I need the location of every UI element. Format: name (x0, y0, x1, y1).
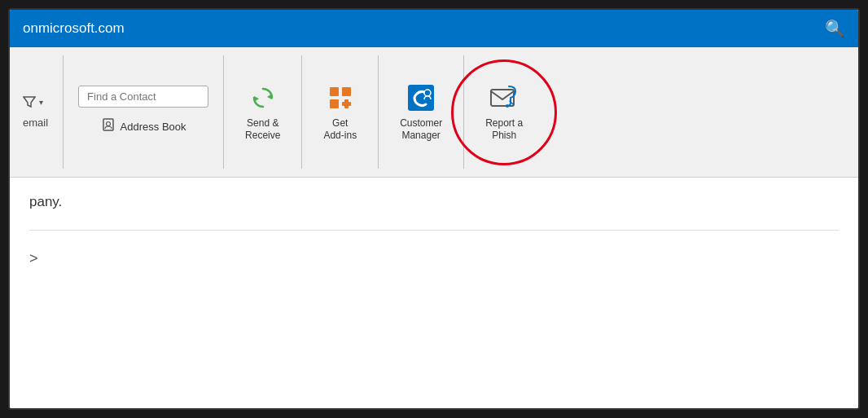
customer-manager-label: CustomerManager (400, 117, 442, 141)
customer-manager-button[interactable]: CustomerManager (393, 80, 449, 144)
outlook-window: onmicrosoft.com 🔍 ▾ email (8, 8, 860, 410)
customer-manager-icon (406, 83, 436, 112)
address-book-button[interactable]: Address Book (96, 114, 191, 139)
title-bar: onmicrosoft.com 🔍 (10, 10, 858, 47)
filter-icon (23, 95, 36, 108)
content-area: pany. > (10, 178, 858, 408)
svg-rect-9 (342, 102, 351, 106)
svg-marker-4 (254, 96, 259, 102)
send-receive-icon (248, 83, 278, 112)
get-addins-label: GetAdd-ins (323, 117, 357, 141)
phish-svg (489, 83, 519, 112)
toolbar: ▾ email Address Book (10, 47, 858, 178)
send-receive-button[interactable]: Send &Receive (239, 80, 287, 144)
search-icon[interactable]: 🔍 (825, 19, 845, 38)
contact-group: Address Book (64, 55, 224, 169)
filter-group: ▾ email (23, 55, 64, 169)
filter-chevron-icon: ▾ (39, 98, 43, 107)
svg-point-11 (424, 90, 431, 96)
address-book-label: Address Book (121, 121, 186, 133)
svg-rect-7 (330, 99, 339, 108)
content-divider (29, 230, 839, 231)
find-contact-input[interactable] (78, 86, 208, 108)
filter-button[interactable]: ▾ (23, 95, 48, 108)
svg-point-2 (106, 122, 110, 126)
report-phish-button[interactable]: Report aPhish (479, 80, 529, 144)
content-line-1: pany. (29, 194, 839, 210)
send-receive-group: Send &Receive (224, 55, 302, 169)
report-phish-label: Report aPhish (485, 117, 523, 141)
get-addins-button[interactable]: GetAdd-ins (317, 80, 363, 144)
send-receive-svg (249, 84, 277, 112)
filter-email-label: email (23, 117, 48, 129)
svg-marker-3 (267, 94, 272, 99)
addins-svg (327, 84, 354, 112)
address-book-svg (101, 117, 116, 132)
send-receive-label: Send &Receive (245, 117, 280, 141)
customer-manager-group: CustomerManager (379, 55, 464, 169)
address-book-icon (101, 117, 116, 135)
svg-rect-5 (330, 87, 339, 96)
svg-marker-0 (24, 97, 35, 107)
customer-manager-svg (406, 83, 436, 112)
get-addins-icon (326, 83, 355, 112)
report-phish-icon (489, 83, 519, 112)
get-addins-group: GetAdd-ins (302, 55, 379, 169)
svg-point-13 (506, 104, 509, 108)
svg-rect-6 (342, 87, 351, 96)
title-text: onmicrosoft.com (23, 20, 125, 37)
report-phish-group: Report aPhish (464, 55, 544, 169)
content-arrow: > (29, 250, 839, 267)
